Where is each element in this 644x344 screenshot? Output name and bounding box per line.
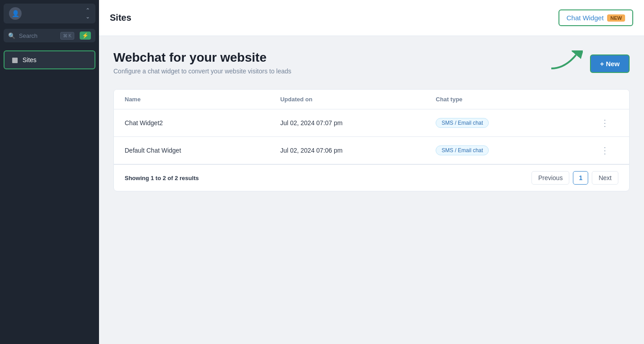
- content-header: Webchat for your website Configure a cha…: [113, 50, 630, 77]
- content-subheading: Configure a chat widget to convert your …: [113, 68, 291, 75]
- row-chat-type: SMS / Email chat: [436, 145, 591, 155]
- sidebar-item-label: Sites: [23, 56, 36, 63]
- next-button[interactable]: Next: [592, 171, 618, 185]
- sidebar: 👤 ⌃⌄ 🔍 Search ⌘ K ⚡ ▦ Sites: [0, 0, 99, 344]
- chat-type-badge: SMS / Email chat: [436, 145, 489, 155]
- col-updated: Updated on: [280, 96, 436, 103]
- search-kbd: ⌘ K: [60, 32, 74, 40]
- sidebar-item-sites[interactable]: ▦ Sites: [4, 50, 95, 69]
- row-more-menu[interactable]: ⋮: [591, 145, 618, 156]
- content-heading: Webchat for your website: [113, 50, 291, 65]
- chevron-icon: ⌃⌄: [86, 7, 90, 20]
- row-name: Chat Widget2: [125, 119, 280, 127]
- row-name: Default Chat Widget: [125, 147, 280, 154]
- chat-widget-label: Chat Widget: [567, 14, 604, 22]
- arrow-indicator: [551, 50, 583, 77]
- col-chat-type: Chat type: [436, 96, 591, 103]
- chat-widget-button[interactable]: Chat Widget New: [558, 9, 633, 26]
- table-row: Default Chat Widget Jul 02, 2024 07:06 p…: [114, 137, 629, 164]
- chat-type-badge: SMS / Email chat: [436, 118, 489, 128]
- new-button[interactable]: + New: [590, 54, 630, 73]
- row-updated: Jul 02, 2024 07:06 pm: [280, 147, 436, 154]
- table-row: Chat Widget2 Jul 02, 2024 07:07 pm SMS /…: [114, 109, 629, 137]
- page-number[interactable]: 1: [573, 171, 588, 185]
- table-header: Name Updated on Chat type: [114, 90, 629, 109]
- content-area: Webchat for your website Configure a cha…: [99, 36, 644, 344]
- sites-table: Name Updated on Chat type Chat Widget2 J…: [113, 89, 630, 191]
- sites-icon: ▦: [12, 56, 18, 64]
- table-footer: Showing 1 to 2 of 2 results Previous 1 N…: [114, 164, 629, 191]
- main-content: Sites Chat Widget New Webchat for your w…: [99, 0, 644, 344]
- showing-text: Showing 1 to 2 of 2 results: [125, 175, 199, 181]
- previous-button[interactable]: Previous: [531, 171, 569, 185]
- row-updated: Jul 02, 2024 07:07 pm: [280, 119, 436, 127]
- col-actions: [591, 96, 618, 103]
- search-icon: 🔍: [8, 32, 15, 39]
- lightning-button[interactable]: ⚡: [80, 32, 91, 40]
- account-avatar: 👤: [9, 7, 22, 20]
- sidebar-nav: ▦ Sites: [0, 46, 99, 344]
- row-more-menu[interactable]: ⋮: [591, 118, 618, 128]
- account-switcher[interactable]: 👤 ⌃⌄: [4, 4, 95, 23]
- search-bar[interactable]: 🔍 Search ⌘ K ⚡: [4, 29, 95, 42]
- pagination: Previous 1 Next: [531, 171, 618, 185]
- page-title: Sites: [110, 13, 131, 23]
- col-name: Name: [125, 96, 280, 103]
- topbar: Sites Chat Widget New: [99, 0, 644, 36]
- row-chat-type: SMS / Email chat: [436, 118, 591, 128]
- content-header-text: Webchat for your website Configure a cha…: [113, 50, 291, 75]
- new-badge: New: [607, 14, 625, 22]
- header-right: + New: [551, 50, 630, 77]
- search-label: Search: [19, 32, 57, 39]
